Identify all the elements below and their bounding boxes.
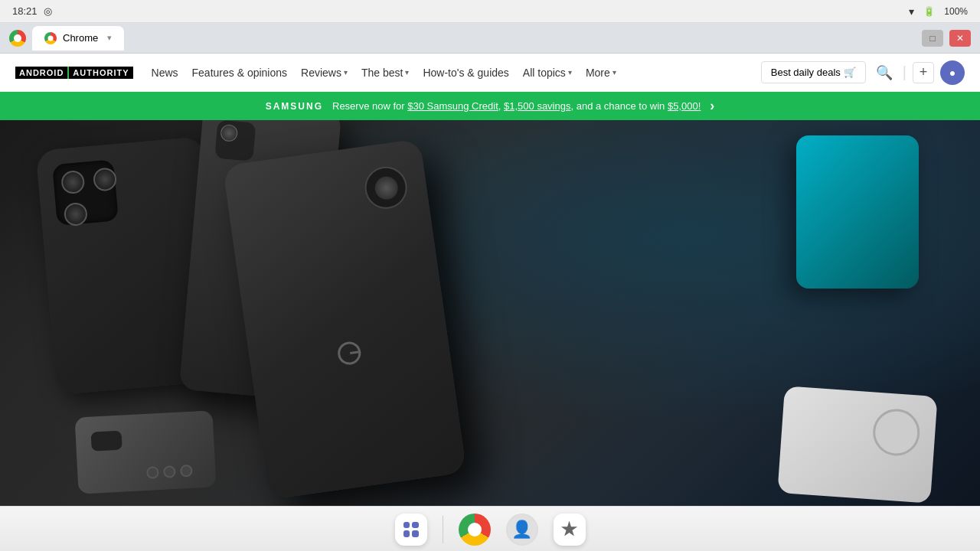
camera-bumps [146,465,193,479]
os-time: 18:21 ◎ [12,5,52,17]
nav-item-more[interactable]: More ▾ [580,62,622,83]
chevron-down-icon[interactable]: ▾ [107,33,112,43]
chevron-down-icon: ▾ [405,68,409,77]
window-close-button[interactable]: ✕ [949,30,971,47]
wifi-icon: ▾ [909,5,914,18]
phone-main [223,139,467,500]
nav-links: News Features & opinions Reviews ▾ The b… [145,62,758,83]
nav-item-features[interactable]: Features & opinions [186,62,294,83]
samsung-brand-label: SAMSUNG [266,101,323,112]
window-restore-button[interactable]: □ [922,30,943,47]
profile-button[interactable]: ● [940,60,965,85]
best-deals-button[interactable]: Best daily deals 🛒 [761,61,866,83]
grid-icon [403,522,419,537]
banner-text: Reserve now for $30 Samsung Credit, $1,5… [332,100,701,112]
tab-favicon [44,32,57,44]
camera-lens-2 [64,202,89,227]
samsung-promo-banner[interactable]: SAMSUNG Reserve now for $30 Samsung Cred… [0,92,980,120]
gear-icon [561,521,578,538]
logo-android-text: ANDROID [15,67,67,79]
pixel-logo [336,341,362,367]
logo-authority-text: AUTHORITY [67,67,132,79]
camera-lens-3 [93,167,118,192]
taskbar-user-icon[interactable]: 👤 [506,514,538,546]
phone-center-camera [220,124,238,142]
search-icon: 🔍 [876,64,893,81]
nav-item-howtos[interactable]: How-to's & guides [416,62,514,83]
os-indicators: ▾ 🔋 100% [909,5,968,18]
chevron-down-icon: ▾ [612,68,616,77]
chevron-down-icon: ▾ [344,68,348,77]
hero-background [0,120,980,506]
battery-level: 100% [944,6,968,17]
cart-icon: 🛒 [844,67,856,78]
nav-item-reviews[interactable]: Reviews ▾ [295,62,354,83]
profile-icon: ● [949,67,956,79]
taskbar: 👤 [0,506,980,551]
phone-main-camera [362,164,410,211]
device-bottom-right [777,386,937,504]
browser-chrome: Chrome ▾ □ ✕ [0,23,980,54]
nav-item-thebest[interactable]: The best ▾ [355,62,415,83]
camera-lens-1 [60,170,86,195]
taskbar-settings-icon[interactable] [554,514,586,546]
tab-title: Chrome [63,32,98,44]
site-logo[interactable]: ANDROID AUTHORITY [15,67,133,79]
nav-item-news[interactable]: News [145,62,185,83]
add-tab-button[interactable]: + [913,62,934,83]
site-nav: ANDROID AUTHORITY News Features & opinio… [0,54,980,92]
phone-group [0,120,980,506]
window-controls: □ ✕ [922,30,971,47]
battery-icon: 🔋 [923,6,935,17]
browser-tab[interactable]: Chrome ▾ [32,26,124,51]
clock: 18:21 [12,5,38,17]
taskbar-divider-1 [443,516,443,543]
device-bottom-left [75,410,217,494]
nav-item-alltopics[interactable]: All topics ▾ [517,62,578,83]
search-button[interactable]: 🔍 [872,60,897,85]
banner-arrow-icon: › [710,98,714,114]
chevron-down-icon: ▾ [568,68,572,77]
location-icon: ◎ [44,5,52,17]
plus-icon: + [920,64,928,80]
best-deals-label: Best daily deals [771,67,841,78]
os-status-bar: 18:21 ◎ ▾ 🔋 100% [0,0,980,23]
hero-section [0,120,980,506]
nav-divider: | [903,64,906,81]
taskbar-chrome-icon[interactable] [459,514,491,546]
chrome-logo-icon [9,30,26,47]
nav-right-actions: Best daily deals 🛒 🔍 | + ● [761,60,965,85]
user-avatar-icon: 👤 [511,520,532,540]
device-right [796,135,919,289]
taskbar-search-icon[interactable] [395,514,427,546]
